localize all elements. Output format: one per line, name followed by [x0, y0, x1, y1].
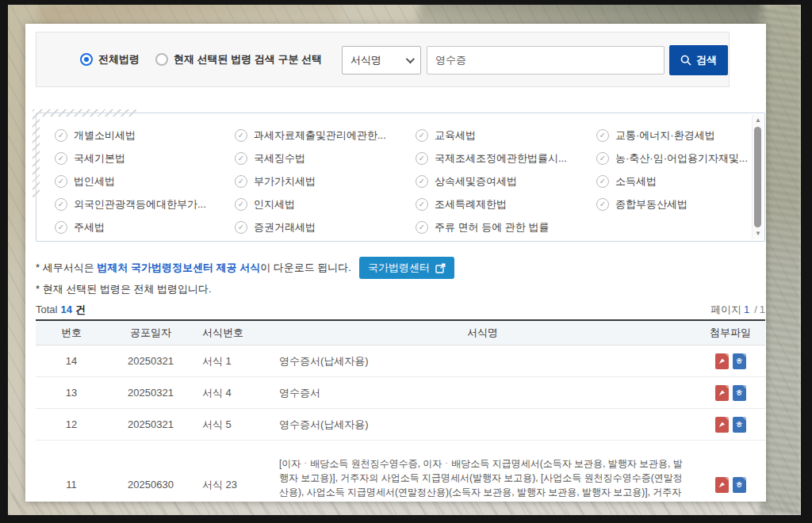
law-item[interactable]: ✓국제조세조정에관한법률시... — [416, 147, 567, 170]
search-button[interactable]: 검색 — [669, 45, 728, 75]
radio-unselected-icon — [155, 53, 168, 66]
law-item[interactable]: ✓조세특례제한법 — [416, 193, 567, 216]
radio-all-laws[interactable]: 전체법령 — [80, 52, 140, 67]
note-suffix: 이 다운로드 됩니다. — [260, 262, 351, 273]
law-item-label: 교통·에너지·환경세법 — [615, 128, 715, 143]
law-item-label: 개별소비세법 — [74, 128, 136, 143]
law-item[interactable]: ✓소득세법 — [596, 170, 748, 193]
law-item-label: 부가가치세법 — [254, 174, 316, 189]
law-item[interactable]: ✓교육세법 — [416, 124, 567, 147]
hwp-file-icon[interactable]: ㅎ — [733, 385, 746, 401]
law-item-label: 과세자료제출및관리에관한... — [254, 128, 386, 143]
check-circle-icon: ✓ — [55, 152, 67, 165]
law-item[interactable]: ✓과세자료제출및관리에관한... — [235, 124, 386, 147]
search-field-select-value: 서식명 — [350, 53, 381, 67]
law-item[interactable]: ✓외국인관광객등에대한부가... — [55, 193, 206, 216]
cell-date: 20250321 — [107, 418, 194, 430]
law-item[interactable]: ✓개별소비세법 — [55, 124, 206, 147]
law-center-button-label: 국가법령센터 — [368, 261, 430, 275]
law-column-4: ✓교통·에너지·환경세법 ✓농·축산·임·어업용기자재및... ✓소득세법 ✓종… — [596, 124, 748, 216]
law-column-2: ✓과세자료제출및관리에관한... ✓국세징수법 ✓부가가치세법 ✓인지세법 ✓증… — [235, 124, 386, 239]
hwp-file-icon[interactable]: ㅎ — [733, 477, 746, 493]
law-item-label: 국세징수법 — [254, 151, 305, 166]
law-item-label: 소득세법 — [615, 174, 657, 189]
scrollbar-thumb[interactable] — [754, 127, 761, 227]
law-item[interactable]: ✓상속세및증여세법 — [416, 170, 567, 193]
pdf-file-icon[interactable] — [715, 353, 729, 369]
check-circle-icon: ✓ — [596, 198, 609, 211]
cell-date: 20250321 — [107, 355, 194, 367]
law-item-label: 주세법 — [74, 220, 105, 235]
cell-name: 영수증서(납세자용) — [270, 354, 695, 368]
law-center-link[interactable]: 법제처 국가법령정보센터 제공 서식 — [97, 262, 260, 273]
law-item[interactable]: ✓주류 면허 등에 관한 법률 — [416, 216, 567, 239]
search-field-select[interactable]: 서식명 — [342, 46, 421, 74]
law-item-label: 교육세법 — [435, 128, 476, 143]
law-item[interactable]: ✓증권거래세법 — [235, 216, 386, 239]
law-item[interactable]: ✓교통·에너지·환경세법 — [596, 124, 748, 147]
search-button-label: 검색 — [696, 53, 717, 67]
radio-all-laws-label: 전체법령 — [98, 52, 140, 67]
law-list-scrollbar[interactable]: ▲ ▼ — [752, 115, 763, 239]
pdf-glyph-icon — [718, 357, 726, 365]
results-summary: Total14건 페이지1/1 — [36, 303, 765, 317]
check-circle-icon: ✓ — [596, 175, 609, 188]
current-selection-note: * 현재 선택된 법령은 전체 법령입니다. — [36, 282, 212, 296]
law-item-label: 외국인관광객등에대한부가... — [74, 197, 206, 212]
pdf-file-icon[interactable] — [715, 385, 729, 401]
law-item-label: 증권거래세법 — [254, 220, 316, 235]
search-input[interactable] — [427, 46, 665, 74]
search-icon — [680, 55, 691, 66]
hwp-file-icon[interactable]: ㅎ — [733, 353, 746, 369]
cell-date: 20250321 — [107, 387, 194, 399]
download-note: * 세무서식은 법제처 국가법령정보센터 제공 서식이 다운로드 됩니다. 국가… — [36, 257, 454, 279]
page-separator: / — [754, 303, 757, 315]
cell-no: 12 — [36, 418, 107, 430]
check-circle-icon: ✓ — [596, 152, 609, 165]
pdf-file-icon[interactable] — [715, 477, 729, 493]
law-item[interactable]: ✓법인세법 — [55, 170, 206, 193]
law-item-label: 국세기본법 — [74, 151, 125, 166]
cell-files: ㅎ — [695, 385, 765, 401]
check-circle-icon: ✓ — [55, 129, 67, 142]
cell-no: 11 — [36, 479, 107, 491]
table-row: 11 20250630 서식 23 [이자ㆍ배당소득 원천징수영수증, 이자ㆍ배… — [36, 441, 765, 502]
law-item-label: 상속세및증여세법 — [435, 174, 517, 189]
law-item[interactable]: ✓국세기본법 — [55, 147, 206, 170]
pdf-file-icon[interactable] — [715, 417, 729, 433]
law-item[interactable]: ✓농·축산·임·어업용기자재및... — [596, 147, 748, 170]
screenshot-frame: 전체법령 현재 선택된 법령 검색 구분 선택 서식명 검색 — [0, 0, 812, 523]
check-circle-icon: ✓ — [235, 152, 247, 165]
cell-name: 영수증서(납세자용) — [270, 418, 695, 432]
header-no: 번호 — [36, 326, 107, 340]
forms-table: 번호 공포일자 서식번호 서식명 첨부파일 14 20250321 서식 1 영… — [36, 319, 765, 502]
search-bar: 전체법령 현재 선택된 법령 검색 구분 선택 서식명 검색 — [36, 32, 730, 87]
law-item[interactable]: ✓국세징수법 — [235, 147, 386, 170]
check-circle-icon: ✓ — [235, 221, 247, 234]
law-item-label: 종합부동산세법 — [615, 197, 688, 212]
page-current[interactable]: 1 — [744, 303, 749, 315]
law-item[interactable]: ✓부가가치세법 — [235, 170, 386, 193]
scroll-up-icon[interactable]: ▲ — [753, 116, 764, 125]
scroll-down-icon[interactable]: ▼ — [753, 229, 764, 239]
radio-current-selected-laws[interactable]: 현재 선택된 법령 검색 구분 선택 — [155, 52, 322, 67]
total-label: Total — [36, 303, 57, 315]
hwp-file-icon[interactable]: ㅎ — [733, 417, 746, 433]
radio-selected-icon — [80, 53, 93, 66]
cell-files: ㅎ — [695, 353, 765, 369]
law-item[interactable]: ✓인지세법 — [235, 193, 386, 216]
check-circle-icon: ✓ — [416, 221, 428, 234]
hatch-decoration — [33, 110, 40, 197]
law-item[interactable]: ✓주세법 — [55, 216, 206, 239]
hatch-decoration — [33, 109, 136, 116]
note-prefix: * 세무서식은 — [36, 262, 97, 273]
check-circle-icon: ✓ — [235, 129, 247, 142]
note-text: * 세무서식은 법제처 국가법령정보센터 제공 서식이 다운로드 됩니다. — [36, 261, 351, 275]
law-item[interactable]: ✓종합부동산세법 — [596, 193, 748, 216]
pagination: 페이지1/1 — [710, 303, 765, 317]
law-item-label: 법인세법 — [74, 174, 115, 189]
law-center-button[interactable]: 국가법령센터 — [359, 257, 454, 279]
table-row: 12 20250321 서식 5 영수증서(납세자용) ㅎ — [36, 409, 765, 441]
law-item-label: 인지세법 — [254, 197, 295, 212]
page-total: 1 — [760, 303, 765, 315]
